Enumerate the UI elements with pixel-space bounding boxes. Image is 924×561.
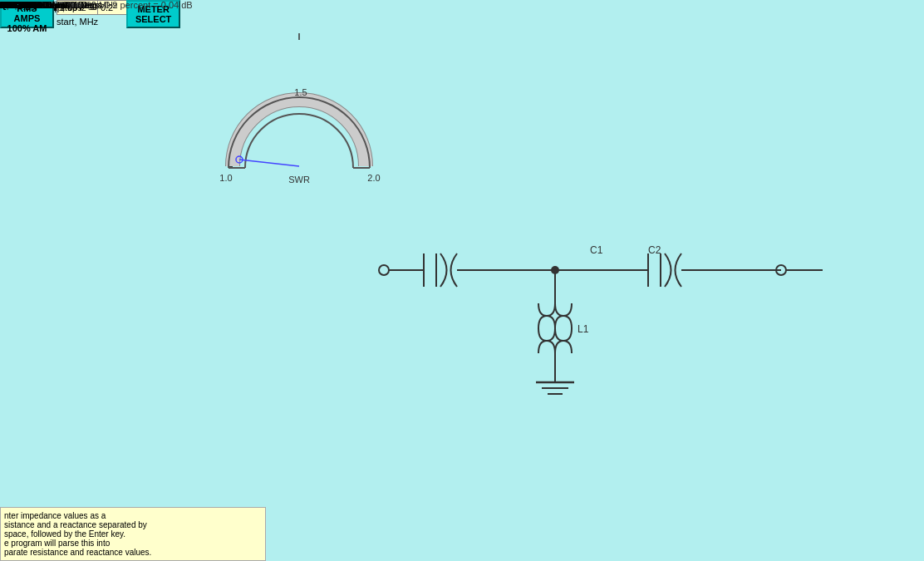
- svg-text:L1: L1: [578, 323, 589, 335]
- svg-text:C1: C1: [590, 244, 603, 256]
- svg-text:1.5: 1.5: [294, 87, 307, 97]
- svg-text:C2: C2: [648, 244, 661, 256]
- watts-left: 1000 Watts: [0, 0, 46, 10]
- svg-text:1.0: 1.0: [219, 173, 232, 183]
- start-mhz-label: start, MHz: [57, 17, 98, 27]
- help-text: nter impedance values as a sistance and …: [0, 507, 266, 561]
- svg-text:2.0: 2.0: [367, 173, 380, 183]
- svg-rect-0: [0, 0, 924, 561]
- svg-text:SWR: SWR: [288, 175, 310, 185]
